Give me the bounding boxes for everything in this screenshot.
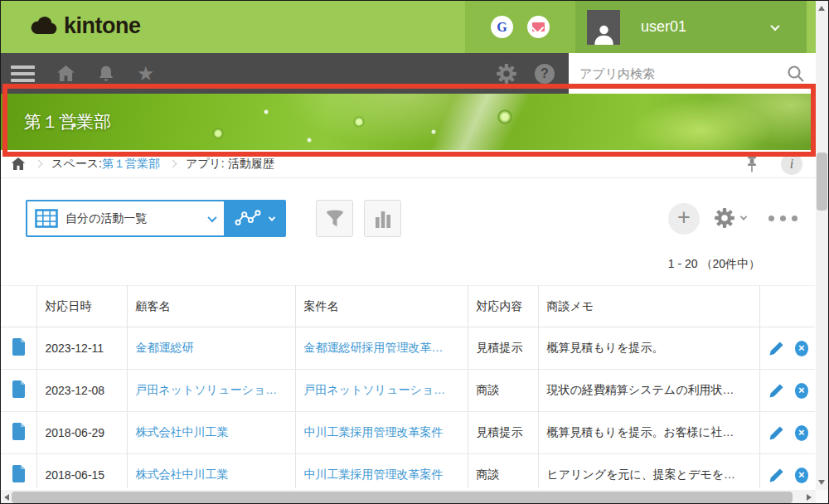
table-header-row: 対応日時 顧客名 案件名 対応内容 商談メモ xyxy=(1,286,815,327)
scroll-right-arrow[interactable] xyxy=(807,494,812,501)
record-icon-cell[interactable] xyxy=(1,327,36,370)
document-icon xyxy=(12,423,26,440)
chevron-down-icon[interactable] xyxy=(770,21,779,30)
record-icon-cell[interactable] xyxy=(1,454,36,489)
header-actions-col xyxy=(759,286,815,327)
column-header: 対応内容 xyxy=(468,286,538,327)
row-actions: × xyxy=(768,383,809,399)
filter-button[interactable] xyxy=(316,200,353,237)
app-search xyxy=(569,53,816,94)
google-link-icon[interactable]: G xyxy=(491,16,513,38)
user-menu[interactable]: user01 xyxy=(575,1,807,53)
table-row: 2023-12-08 戸田ネットソリューショ… 戸田ネットソリューショ… 商談 … xyxy=(1,370,815,412)
cell-memo: 概算見積もりを提示。お客様に社… xyxy=(538,412,759,454)
global-nav-bar: ★ ? xyxy=(1,53,816,94)
breadcrumb-app-label: アプリ: 活動履歴 xyxy=(186,157,274,172)
chart-button[interactable] xyxy=(364,200,401,237)
cell-type: 見積提示 xyxy=(468,327,538,370)
cell-memo: 現状の経費精算システムの利用状… xyxy=(538,370,759,412)
add-record-button[interactable]: + xyxy=(668,203,700,235)
star-icon[interactable]: ★ xyxy=(137,64,155,84)
column-header: 顧客名 xyxy=(127,286,295,327)
search-input[interactable] xyxy=(569,53,776,94)
view-dropdown[interactable]: 自分の活動一覧 xyxy=(27,201,224,235)
cell-case-link[interactable]: 金都運総研採用管理改革… xyxy=(295,327,468,370)
scroll-up-arrow[interactable] xyxy=(818,6,825,11)
line-graph-icon xyxy=(235,210,262,227)
view-selector: 自分の活動一覧 xyxy=(26,200,286,237)
breadcrumb-separator xyxy=(35,160,43,168)
cell-date: 2023-12-08 xyxy=(36,370,127,412)
column-header: 案件名 xyxy=(295,286,468,327)
pagination-range: 1 - 20 （20件中） xyxy=(1,257,760,272)
vertical-scrollbar[interactable] xyxy=(816,1,829,490)
top-header: kintone G user01 xyxy=(1,1,816,53)
cell-type: 見積提示 xyxy=(468,412,538,454)
pin-icon[interactable] xyxy=(746,156,758,173)
edit-pencil-icon[interactable] xyxy=(768,341,784,356)
cell-type: 商談 xyxy=(468,370,538,412)
more-options-button[interactable] xyxy=(768,216,797,221)
kintone-app-window: kintone G user01 xyxy=(0,0,829,504)
settings-gear-icon[interactable] xyxy=(496,63,517,85)
delete-icon[interactable]: × xyxy=(795,425,809,441)
info-icon[interactable]: i xyxy=(781,153,802,175)
delete-icon[interactable]: × xyxy=(795,468,809,483)
scroll-left-arrow[interactable] xyxy=(4,494,9,501)
gear-icon xyxy=(714,207,735,229)
cell-customer-link[interactable]: 金都運総研 xyxy=(127,327,295,370)
funnel-icon xyxy=(325,210,345,228)
breadcrumb-space-link[interactable]: 第１営業部 xyxy=(102,157,160,172)
cell-date: 2023-12-11 xyxy=(36,327,127,370)
user-name: user01 xyxy=(641,18,686,36)
breadcrumb-home-icon[interactable] xyxy=(11,157,26,171)
table-view-icon xyxy=(35,209,58,228)
cell-customer-link[interactable]: 戸田ネットソリューショ… xyxy=(127,370,295,412)
document-icon xyxy=(12,465,26,482)
cell-case-link[interactable]: 中川工業採用管理改革案件 xyxy=(295,412,468,454)
app-settings-button[interactable] xyxy=(714,207,746,229)
cell-type: 商談 xyxy=(468,454,538,489)
search-button[interactable] xyxy=(776,53,816,94)
table-row: 2018-06-29 株式会社中川工業 中川工業採用管理改革案件 見積提示 概算… xyxy=(1,412,815,454)
document-icon xyxy=(12,338,26,356)
space-cover-banner: 第１営業部 xyxy=(1,94,816,150)
avatar xyxy=(587,10,620,45)
breadcrumb: スペース: 第１営業部 アプリ: 活動履歴 i xyxy=(1,150,816,178)
kintone-logo[interactable]: kintone xyxy=(28,13,141,39)
vertical-scroll-thumb[interactable] xyxy=(817,153,827,211)
horizontal-scroll-thumb[interactable] xyxy=(12,492,793,503)
row-actions: × xyxy=(768,341,809,356)
cell-memo: 概算見積もりを提示。 xyxy=(538,327,759,370)
document-icon xyxy=(12,380,26,398)
cell-customer-link[interactable]: 株式会社中川工業 xyxy=(127,412,295,454)
record-icon-cell[interactable] xyxy=(1,412,36,454)
scrollbar-corner xyxy=(816,490,829,504)
edit-pencil-icon[interactable] xyxy=(768,383,784,399)
home-icon[interactable] xyxy=(56,65,75,82)
hamburger-menu-icon[interactable] xyxy=(11,65,35,82)
record-icon-cell[interactable] xyxy=(1,370,36,412)
horizontal-scrollbar[interactable] xyxy=(1,490,816,504)
help-icon[interactable]: ? xyxy=(535,64,555,84)
delete-icon[interactable]: × xyxy=(795,383,809,399)
cell-case-link[interactable]: 中川工業採用管理改革案件 xyxy=(295,454,468,489)
row-actions: × xyxy=(768,468,809,483)
breadcrumb-space-prefix: スペース: xyxy=(51,157,102,172)
cell-date: 2018-06-15 xyxy=(36,454,127,489)
edit-pencil-icon[interactable] xyxy=(768,468,784,483)
envelope-glyph xyxy=(532,22,545,32)
cell-case-link[interactable]: 戸田ネットソリューショ… xyxy=(295,370,468,412)
scroll-down-arrow[interactable] xyxy=(818,480,825,485)
google-glyph: G xyxy=(497,20,507,35)
cell-customer-link[interactable]: 株式会社中川工業 xyxy=(127,454,295,489)
edit-pencil-icon[interactable] xyxy=(768,425,784,441)
space-title: 第１営業部 xyxy=(24,110,111,133)
mail-icon[interactable] xyxy=(527,16,550,38)
delete-icon[interactable]: × xyxy=(795,341,809,356)
nav-left-icons: ★ xyxy=(11,53,155,94)
bar-chart-icon xyxy=(375,210,391,228)
graph-view-button[interactable] xyxy=(224,201,284,235)
row-actions: × xyxy=(768,425,809,441)
bell-icon[interactable] xyxy=(97,65,115,83)
